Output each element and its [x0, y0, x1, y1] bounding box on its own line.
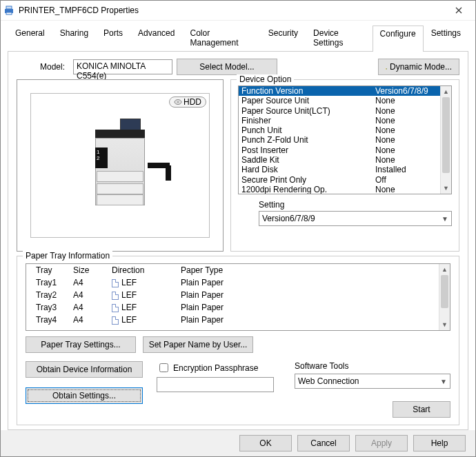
device-option-row[interactable]: Function VersionVersion6/7/8/9 [239, 86, 440, 96]
device-option-row[interactable]: 1200dpi Rendering Op.None [239, 185, 440, 194]
device-option-value: None [375, 145, 437, 155]
tray-cell-tray: Tray4 [29, 315, 73, 325]
setting-combo[interactable]: Version6/7/8/9 ▼ [259, 211, 452, 226]
page-orientation-icon [112, 292, 119, 300]
tray-cell-type: Plain Paper [181, 315, 436, 325]
device-option-row[interactable]: Punch UnitNone [239, 125, 440, 135]
device-option-row[interactable]: Saddle KitNone [239, 155, 440, 165]
svg-rect-2 [6, 12, 12, 14]
scroll-up-icon[interactable]: ▲ [441, 86, 451, 97]
chevron-down-icon: ▼ [440, 378, 447, 385]
tray-header-direction: Direction [112, 265, 181, 275]
close-icon [455, 7, 462, 14]
tab-color-management[interactable]: Color Management [182, 25, 260, 51]
device-option-value: Off [375, 175, 437, 185]
device-option-row[interactable]: Hard DiskInstalled [239, 165, 440, 174]
tab-security[interactable]: Security [261, 25, 306, 51]
hdd-badge-label: HDD [184, 97, 201, 107]
device-option-row[interactable]: Punch Z-Fold UnitNone [239, 135, 440, 145]
scroll-thumb[interactable] [442, 97, 450, 173]
tab-configure[interactable]: Configure [373, 26, 424, 52]
tray-cell-size: A4 [73, 278, 112, 287]
lower-left-col: Obtain Device Information Obtain Setting… [26, 361, 143, 404]
setting-label: Setting [238, 200, 452, 210]
tray-header-tray: Tray [29, 265, 73, 275]
svg-point-4 [177, 101, 179, 103]
tray-cell-direction: LEF [112, 303, 181, 312]
device-option-row[interactable]: Paper Source Unit(LCT)None [239, 106, 440, 116]
encryption-input[interactable] [157, 377, 274, 392]
tray-cell-direction: LEF [112, 278, 181, 287]
help-button[interactable]: Help [413, 435, 466, 451]
device-option-name: Paper Source Unit(LCT) [241, 106, 375, 116]
tab-device-settings[interactable]: Device Settings [306, 25, 373, 51]
device-option-row[interactable]: Post InserterNone [239, 145, 440, 155]
obtain-settings-button[interactable]: Obtain Settings... [26, 387, 143, 404]
tab-settings[interactable]: Settings [424, 25, 468, 51]
scroll-down-icon[interactable]: ▼ [439, 319, 450, 330]
model-input[interactable]: KONICA MINOLTA C554(e) [73, 59, 172, 74]
tab-ports[interactable]: Ports [96, 25, 130, 51]
software-tools-combo[interactable]: Web Connection ▼ [295, 374, 450, 389]
device-option-row[interactable]: Paper Source UnitNone [239, 96, 440, 105]
printer-preview: HDD 12 [17, 79, 224, 252]
dynamic-mode-button[interactable]: Dynamic Mode... [378, 59, 459, 75]
shield-icon [386, 62, 387, 72]
tab-general[interactable]: General [8, 25, 52, 51]
device-option-row[interactable]: Secure Print OnlyOff [239, 175, 440, 185]
svg-rect-1 [6, 6, 12, 9]
tray-row[interactable]: Tray4A4LEFPlain Paper [26, 314, 439, 326]
device-option-row[interactable]: FinisherNone [239, 116, 440, 125]
set-paper-name-button[interactable]: Set Paper Name by User... [143, 336, 253, 353]
tray-row[interactable]: Tray2A4LEFPlain Paper [26, 289, 439, 301]
device-option-group: Device Option Function VersionVersion6/7… [230, 79, 459, 252]
close-button[interactable] [445, 1, 473, 20]
device-option-name: 1200dpi Rendering Op. [241, 185, 375, 194]
configure-panel: Model: KONICA MINOLTA C554(e) Select Mod… [8, 52, 468, 430]
scroll-up-icon[interactable]: ▲ [439, 264, 450, 275]
encryption-checkbox[interactable] [159, 363, 168, 372]
hdd-badge: HDD [169, 97, 206, 108]
page-orientation-icon [112, 316, 119, 325]
device-option-value: Installed [375, 165, 437, 174]
tray-cell-type: Plain Paper [181, 278, 436, 287]
device-option-name: Saddle Kit [241, 155, 375, 165]
printer-icon [3, 5, 14, 16]
setting-block: Setting Version6/7/8/9 ▼ [238, 200, 452, 226]
device-option-scrollbar[interactable]: ▲ ▼ [440, 86, 451, 194]
apply-button[interactable]: Apply [355, 435, 408, 451]
titlebar: PRINTER_TMPF6CD Properties [1, 1, 475, 21]
start-button[interactable]: Start [393, 401, 450, 418]
paper-tray-group: Paper Tray Information Tray Size Directi… [17, 256, 459, 425]
device-option-name: Hard Disk [241, 165, 375, 174]
tray-scrollbar[interactable]: ▲ ▼ [439, 264, 450, 330]
paper-tray-settings-button[interactable]: Paper Tray Settings... [26, 336, 136, 353]
dialog-footer: OK Cancel Apply Help [1, 430, 475, 456]
encryption-checkbox-label[interactable]: Encryption Passphrase [157, 361, 281, 374]
device-option-name: Finisher [241, 116, 375, 125]
device-option-name: Paper Source Unit [241, 96, 375, 105]
device-option-list[interactable]: Function VersionVersion6/7/8/9Paper Sour… [238, 85, 452, 194]
tray-row[interactable]: Tray3A4LEFPlain Paper [26, 301, 439, 314]
scroll-down-icon[interactable]: ▼ [441, 183, 451, 194]
tab-advanced[interactable]: Advanced [130, 25, 182, 51]
tray-table[interactable]: Tray Size Direction Paper Type Tray1A4LE… [26, 263, 450, 331]
hdd-icon [174, 99, 182, 105]
software-tools-block: Software Tools Web Connection ▼ Start [295, 361, 450, 418]
scroll-thumb[interactable] [441, 275, 448, 308]
cancel-button[interactable]: Cancel [297, 435, 350, 451]
device-option-name: Function Version [241, 86, 375, 96]
device-option-value: None [375, 135, 437, 145]
ok-button[interactable]: OK [239, 435, 292, 451]
encryption-block: Encryption Passphrase [157, 361, 281, 392]
device-option-value: None [375, 185, 437, 194]
tray-cell-type: Plain Paper [181, 290, 436, 300]
dynamic-mode-label: Dynamic Mode... [390, 62, 452, 72]
select-model-button[interactable]: Select Model... [177, 59, 277, 75]
tray-row[interactable]: Tray1A4LEFPlain Paper [26, 276, 439, 289]
tray-cell-tray: Tray1 [29, 278, 73, 287]
software-tools-value: Web Connection [298, 376, 440, 386]
content-area: General Sharing Ports Advanced Color Man… [1, 21, 475, 430]
obtain-device-info-button[interactable]: Obtain Device Information [26, 361, 143, 378]
tab-sharing[interactable]: Sharing [52, 25, 96, 51]
